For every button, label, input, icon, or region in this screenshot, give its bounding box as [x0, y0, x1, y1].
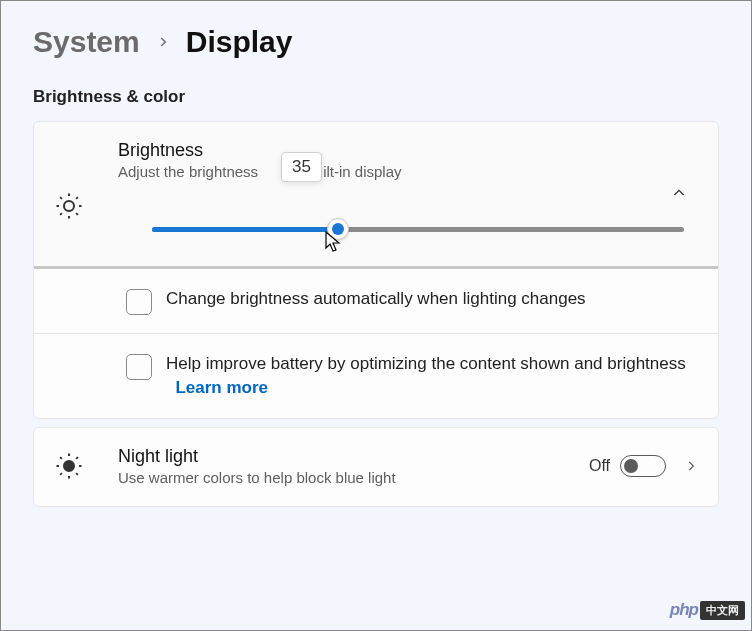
- auto-brightness-row: Change brightness automatically when lig…: [34, 269, 718, 333]
- learn-more-link[interactable]: Learn more: [175, 378, 268, 397]
- svg-line-5: [60, 197, 62, 199]
- night-light-state: Off: [589, 457, 610, 475]
- breadcrumb: System Display: [33, 25, 719, 59]
- battery-opt-checkbox[interactable]: [126, 354, 152, 380]
- auto-brightness-label: Change brightness automatically when lig…: [166, 287, 586, 315]
- brightness-row: Brightness Adjust the brightness XXXX bu…: [34, 122, 718, 266]
- svg-line-16: [60, 473, 62, 475]
- watermark: php 中文网: [670, 600, 745, 620]
- brightness-card: Brightness Adjust the brightness XXXX bu…: [33, 121, 719, 419]
- night-light-title: Night light: [118, 446, 589, 467]
- section-title: Brightness & color: [33, 87, 719, 107]
- battery-opt-row: Help improve battery by optimizing the c…: [34, 334, 718, 418]
- brightness-desc-pre: Adjust the brightness: [118, 163, 258, 180]
- svg-point-9: [64, 461, 74, 471]
- svg-point-0: [64, 201, 74, 211]
- svg-line-14: [60, 457, 62, 459]
- breadcrumb-parent[interactable]: System: [33, 25, 140, 59]
- brightness-title: Brightness: [118, 140, 698, 161]
- night-light-row[interactable]: Night light Use warmer colors to help bl…: [34, 428, 718, 506]
- svg-line-8: [76, 197, 78, 199]
- svg-line-15: [76, 473, 78, 475]
- battery-opt-text: Help improve battery by optimizing the c…: [166, 354, 686, 373]
- watermark-left: php: [670, 600, 698, 620]
- night-light-toggle[interactable]: Off: [589, 455, 666, 477]
- collapse-button[interactable]: [664, 178, 694, 208]
- auto-brightness-checkbox[interactable]: [126, 289, 152, 315]
- brightness-desc: Adjust the brightness XXXX built-in disp…: [118, 163, 698, 180]
- svg-line-6: [76, 213, 78, 215]
- night-light-card: Night light Use warmer colors to help bl…: [33, 427, 719, 507]
- night-light-desc: Use warmer colors to help block blue lig…: [118, 469, 589, 486]
- watermark-right: 中文网: [700, 601, 745, 620]
- night-light-icon: [54, 451, 84, 481]
- svg-line-7: [60, 213, 62, 215]
- svg-line-17: [76, 457, 78, 459]
- chevron-right-icon: [156, 35, 170, 49]
- sun-icon: [54, 191, 84, 221]
- brightness-tooltip: 35: [281, 152, 322, 182]
- chevron-right-icon[interactable]: [684, 459, 698, 473]
- breadcrumb-current: Display: [186, 25, 293, 59]
- battery-opt-label: Help improve battery by optimizing the c…: [166, 352, 698, 400]
- chevron-up-icon: [671, 185, 687, 201]
- brightness-slider[interactable]: [152, 220, 684, 238]
